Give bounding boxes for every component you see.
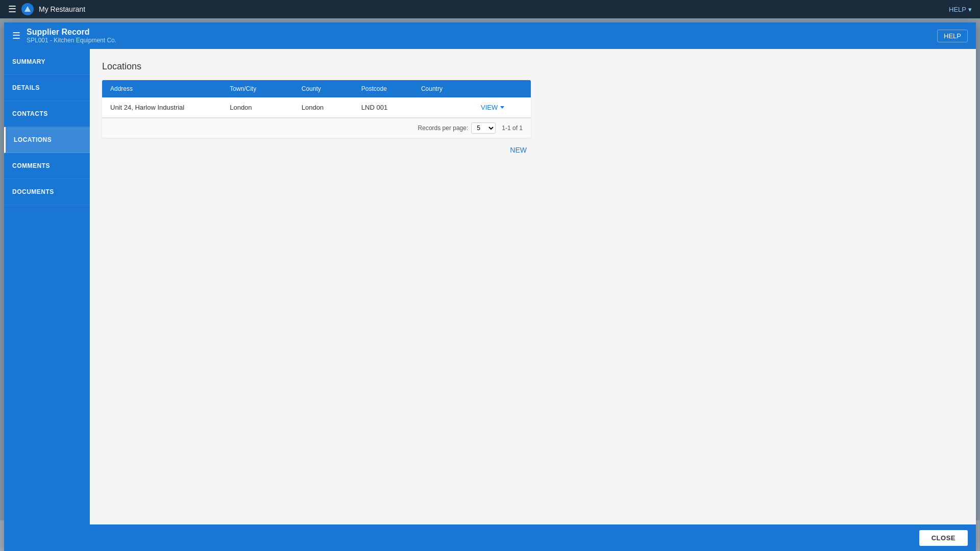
modal-subtitle: SPL001 - Kitchen Equipment Co.: [27, 37, 116, 44]
cell-town-city: London: [230, 104, 302, 111]
app-logo: [21, 3, 34, 15]
records-per-page-label: Records per page:: [418, 124, 469, 132]
new-btn-container: NEW: [102, 144, 531, 156]
modal-menu-icon[interactable]: ☰: [12, 30, 20, 41]
pagination-info: 1-1 of 1: [502, 124, 523, 132]
cell-county: London: [302, 104, 361, 111]
locations-table: Address Town/City County Postcode Countr…: [102, 80, 531, 138]
sidebar-item-summary[interactable]: SUMMARY: [4, 49, 90, 75]
cell-address: Unit 24, Harlow Industrial: [110, 104, 230, 111]
records-per-page: Records per page: 5 10 25: [418, 122, 496, 134]
col-action: [481, 85, 523, 92]
col-country: Country: [421, 85, 481, 92]
view-button[interactable]: VIEW: [481, 104, 523, 111]
modal-help-button[interactable]: HELP: [937, 30, 968, 42]
close-button[interactable]: CLOSE: [919, 530, 968, 546]
modal-backdrop: ☰ Supplier Record SPL001 - Kitchen Equip…: [0, 18, 980, 551]
content-area: Locations Address Town/City County Postc…: [90, 49, 976, 524]
sidebar: SUMMARY DETAILS CONTACTS LOCATIONS COMME…: [4, 49, 90, 524]
sidebar-item-contacts[interactable]: CONTACTS: [4, 101, 90, 127]
global-nav: ☰ My Restaurant HELP ▾: [0, 0, 980, 18]
col-town-city: Town/City: [230, 85, 302, 92]
col-address: Address: [110, 85, 230, 92]
col-postcode: Postcode: [361, 85, 421, 92]
modal-header-left: ☰ Supplier Record SPL001 - Kitchen Equip…: [12, 28, 116, 44]
modal-window: ☰ Supplier Record SPL001 - Kitchen Equip…: [4, 22, 976, 551]
section-title: Locations: [102, 61, 964, 72]
sidebar-item-comments[interactable]: COMMENTS: [4, 153, 90, 179]
hamburger-icon[interactable]: ☰: [8, 4, 16, 15]
table-row: Unit 24, Harlow Industrial London London…: [102, 97, 531, 118]
view-chevron-icon: [500, 106, 504, 109]
modal-body: SUMMARY DETAILS CONTACTS LOCATIONS COMME…: [4, 49, 976, 524]
app-title: My Restaurant: [39, 5, 85, 13]
new-button[interactable]: NEW: [506, 144, 531, 156]
modal-footer: CLOSE: [4, 524, 976, 551]
table-footer: Records per page: 5 10 25 1-1 of 1: [102, 118, 531, 138]
col-county: County: [302, 85, 361, 92]
sidebar-item-documents[interactable]: DOCUMENTS: [4, 179, 90, 205]
table-header: Address Town/City County Postcode Countr…: [102, 80, 531, 97]
svg-marker-0: [24, 6, 31, 12]
sidebar-item-locations[interactable]: LOCATIONS: [4, 127, 90, 153]
cell-postcode: LND 001: [361, 104, 421, 111]
modal-title: Supplier Record: [27, 28, 116, 37]
sidebar-item-details[interactable]: DETAILS: [4, 75, 90, 101]
modal-header: ☰ Supplier Record SPL001 - Kitchen Equip…: [4, 22, 976, 49]
records-per-page-select[interactable]: 5 10 25: [471, 122, 496, 134]
global-help-button[interactable]: HELP ▾: [949, 6, 972, 13]
modal-title-group: Supplier Record SPL001 - Kitchen Equipme…: [27, 28, 116, 44]
global-nav-left: ☰ My Restaurant: [8, 3, 85, 15]
